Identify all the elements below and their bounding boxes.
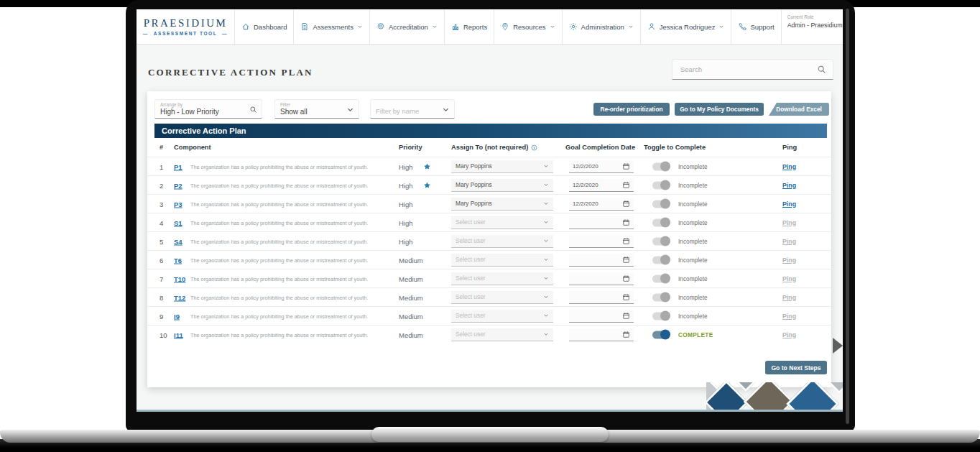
chevron-down-icon (346, 106, 354, 114)
chevron-down-icon (543, 313, 549, 318)
complete-toggle[interactable] (652, 200, 670, 208)
filter-select[interactable]: Filter Show all (274, 99, 359, 119)
assignee-select[interactable]: Select user (451, 254, 553, 267)
date-input[interactable]: 12/2/2020 (569, 160, 634, 173)
nav-item-support[interactable]: Support (731, 9, 780, 44)
priority-label: High (399, 218, 413, 226)
component-link[interactable]: I9 (174, 312, 180, 320)
complete-toggle[interactable] (652, 293, 670, 301)
table-body: 1 P1 The organization has a policy prohi… (147, 157, 831, 343)
next-steps-button[interactable]: Go to Next Steps (765, 361, 827, 374)
date-input[interactable]: 12/2/2020 (569, 198, 634, 211)
component-description: The organization has a policy prohibitin… (190, 294, 368, 300)
date-input[interactable] (569, 328, 634, 341)
complete-toggle[interactable] (652, 218, 670, 226)
component-link[interactable]: T6 (174, 256, 182, 264)
nav-item-assessments[interactable]: Assessments (293, 9, 369, 44)
ping-link[interactable]: Ping (782, 200, 796, 208)
date-input[interactable] (569, 254, 634, 267)
calendar-icon[interactable] (622, 218, 630, 226)
component-link[interactable]: P3 (174, 200, 182, 208)
assignee-value: Select user (456, 331, 543, 338)
date-input[interactable]: 12/2/2020 (569, 179, 634, 192)
complete-toggle[interactable] (652, 181, 670, 189)
calendar-icon[interactable] (622, 181, 630, 189)
calendar-icon[interactable] (622, 331, 630, 338)
download-excel-button[interactable]: Download Excel (769, 103, 829, 116)
row-number: 9 (160, 312, 163, 320)
calendar-icon[interactable] (622, 200, 630, 208)
chevron-down-icon (357, 24, 363, 29)
complete-toggle[interactable] (652, 162, 670, 170)
nav-item-administration[interactable]: Administration (562, 9, 640, 44)
date-value: 12/2/2020 (573, 200, 622, 207)
ping-link[interactable]: Ping (782, 294, 796, 301)
component-link[interactable]: P1 (174, 162, 182, 170)
assignee-select[interactable]: Select user (451, 216, 553, 229)
assignee-select[interactable]: Mary Poppins (451, 160, 553, 173)
ping-link[interactable]: Ping (782, 275, 796, 282)
assignee-select[interactable]: Mary Poppins (451, 198, 553, 211)
calendar-icon[interactable] (622, 312, 630, 320)
info-icon[interactable] (531, 144, 537, 151)
table-row: 5 S4 The organization has a policy prohi… (147, 231, 831, 250)
reorder-prioritization-button[interactable]: Re-order prioritization (593, 103, 670, 116)
nav-item-dashboard[interactable]: Dashboard (234, 9, 293, 44)
component-link[interactable]: S1 (174, 218, 182, 226)
toggle-knob (660, 311, 670, 321)
component-link[interactable]: S4 (174, 237, 182, 245)
nav-item-resources[interactable]: Resources (494, 9, 561, 44)
nav-item-reports[interactable]: Reports (444, 9, 494, 44)
filter-by-name-select[interactable]: Filter by name (370, 99, 455, 119)
calendar-icon[interactable] (622, 237, 630, 245)
search-input[interactable] (679, 65, 817, 74)
calendar-icon[interactable] (622, 275, 630, 282)
current-role-select[interactable]: Current Role Admin - Praesidium - Youth … (781, 9, 843, 44)
calendar-icon[interactable] (622, 293, 630, 301)
date-input[interactable] (569, 216, 634, 229)
decor-diamond (744, 382, 795, 412)
component-description: The organization has a policy prohibitin… (190, 257, 368, 263)
ping-link[interactable]: Ping (782, 182, 796, 189)
ping-link[interactable]: Ping (782, 163, 796, 170)
policy-documents-button[interactable]: Go to My Policy Documents (675, 103, 764, 116)
search-icon[interactable] (817, 65, 826, 74)
assignee-select[interactable]: Select user (451, 310, 553, 323)
assignee-select[interactable]: Mary Poppins (451, 179, 553, 192)
complete-toggle[interactable] (652, 237, 670, 245)
component-link[interactable]: T10 (174, 275, 185, 282)
calendar-icon[interactable] (622, 162, 630, 170)
component-link[interactable]: P2 (174, 181, 182, 189)
nav-item-label: Jessica Rodriguez (660, 23, 716, 31)
column-header-number: # (160, 144, 163, 151)
assignee-select[interactable]: Select user (451, 291, 553, 304)
ping-link[interactable]: Ping (782, 219, 796, 226)
calendar-icon[interactable] (622, 256, 630, 264)
search-field (672, 59, 833, 80)
ping-link[interactable]: Ping (782, 257, 796, 264)
date-input[interactable] (569, 291, 634, 304)
nav-item-jessica-rodriguez[interactable]: Jessica Rodriguez (640, 9, 731, 44)
assignee-select[interactable]: Select user (451, 235, 553, 248)
column-header-toggle: Toggle to Complete (644, 144, 706, 151)
ping-link[interactable]: Ping (782, 313, 796, 320)
complete-toggle[interactable] (652, 275, 670, 282)
arrange-by-select[interactable]: Arrange by High - Low Priority (154, 99, 262, 119)
bezel-edge-highlight (846, 9, 849, 424)
assignee-select[interactable]: Select user (451, 272, 553, 285)
ping-link[interactable]: Ping (782, 331, 796, 338)
date-input[interactable] (569, 235, 634, 248)
date-input[interactable] (569, 272, 634, 285)
date-input[interactable] (569, 310, 634, 323)
component-description: The organization has a policy prohibitin… (190, 219, 368, 226)
nav-item-accreditation[interactable]: Accreditation (369, 9, 444, 44)
component-link[interactable]: I11 (174, 331, 183, 338)
component-link[interactable]: T12 (174, 293, 185, 301)
ping-link[interactable]: Ping (782, 238, 796, 245)
date-value: 12/2/2020 (573, 163, 622, 170)
assignee-value: Select user (456, 312, 543, 319)
assignee-select[interactable]: Select user (451, 328, 553, 341)
complete-toggle[interactable] (652, 312, 670, 320)
complete-toggle[interactable] (652, 331, 670, 338)
complete-toggle[interactable] (652, 256, 670, 264)
